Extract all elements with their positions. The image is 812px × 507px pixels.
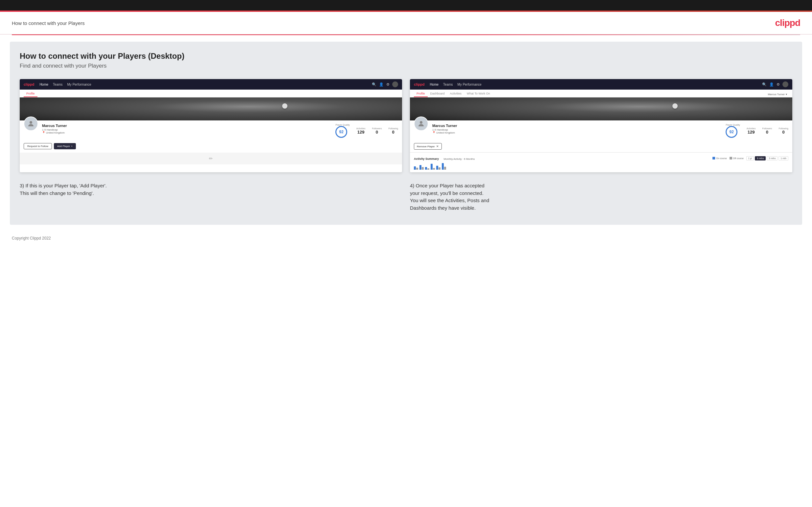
- captions-row: 3) If this is your Player tap, 'Add Play…: [20, 182, 792, 212]
- user-icon-right[interactable]: 👤: [769, 82, 774, 87]
- activity-legend: On course Off course: [712, 157, 743, 160]
- user-dropdown-right[interactable]: Marcus Turner ▾: [766, 92, 789, 97]
- chevron-down-icon-right: ▾: [786, 93, 787, 96]
- nav-my-performance-left[interactable]: My Performance: [67, 81, 91, 88]
- profile-stats-right: Player Quality 92 Activities 129 Followe…: [726, 124, 789, 138]
- activity-title: Activity Summary: [414, 157, 439, 161]
- edit-icon-left: ✏: [209, 156, 213, 161]
- avatar-icon-left: [23, 116, 38, 131]
- clippd-logo: clippd: [775, 18, 800, 28]
- profile-info-right: Marcus Turner 1-5 Handicap 📍 United King…: [410, 120, 792, 141]
- avatar-right[interactable]: [782, 81, 789, 87]
- profile-handicap-right: 1-5 Handicap: [432, 128, 722, 131]
- tab-what-to-work-on-right[interactable]: What To Work On: [464, 91, 493, 97]
- activity-period: Monthly Activity · 6 Months: [444, 158, 475, 161]
- nav-home-right[interactable]: Home: [429, 81, 439, 88]
- settings-icon-right[interactable]: ⚙: [776, 82, 780, 87]
- navbar-right-left: 🔍 👤 ⚙: [372, 81, 398, 87]
- following-stat-right: Following 0: [778, 127, 789, 134]
- bar-group-5: [436, 166, 441, 170]
- profile-actions-left: Request to Follow Add Player +: [20, 141, 402, 153]
- tab-profile-left[interactable]: Profile: [23, 91, 38, 97]
- search-icon-left[interactable]: 🔍: [372, 82, 376, 87]
- nav-teams-right[interactable]: Teams: [443, 81, 453, 88]
- time-filter-1mth[interactable]: 1 mth: [778, 156, 789, 161]
- time-filter-1yr[interactable]: 1 yr: [746, 156, 754, 161]
- nav-home-left[interactable]: Home: [39, 81, 48, 88]
- search-icon-right[interactable]: 🔍: [762, 82, 767, 87]
- player-quality-right: Player Quality 92: [726, 124, 740, 138]
- profile-bottom-left: ✏: [20, 153, 402, 164]
- location-pin-icon-right: 📍: [432, 131, 436, 134]
- activity-left-group: Activity Summary Monthly Activity · 6 Mo…: [414, 155, 475, 161]
- top-bar-accent: [0, 10, 812, 12]
- bar-on-5: [436, 166, 438, 170]
- profile-info-left: Marcus Turner 1-5 Handicap 📍 United King…: [20, 120, 402, 141]
- bar-off-6: [444, 167, 446, 170]
- bar-off-4: [433, 168, 435, 170]
- app-logo-right: clippd: [414, 82, 424, 86]
- tab-profile-right[interactable]: Profile: [414, 91, 428, 97]
- screenshot-left: clippd Home Teams My Performance 🔍 👤 ⚙ P…: [20, 79, 402, 172]
- caption-left-text: 3) If this is your Player tap, 'Add Play…: [20, 183, 107, 196]
- golf-ball-right: [672, 103, 678, 109]
- add-player-button[interactable]: Add Player +: [54, 143, 76, 149]
- request-to-follow-button[interactable]: Request to Follow: [23, 143, 52, 149]
- bar-group-1: [414, 166, 418, 170]
- legend-off-course: Off course: [729, 157, 744, 160]
- avatar-left[interactable]: [392, 81, 398, 87]
- profile-name-left: Marcus Turner: [42, 124, 332, 128]
- nav-teams-left[interactable]: Teams: [53, 81, 62, 88]
- tab-dashboard-right[interactable]: Dashboard: [428, 91, 447, 97]
- profile-details-left: Marcus Turner 1-5 Handicap 📍 United King…: [42, 124, 332, 134]
- person-icon-right: [417, 120, 425, 128]
- navbar-right-right: 🔍 👤 ⚙: [762, 81, 789, 87]
- bar-off-5: [439, 167, 441, 170]
- remove-player-area: Remove Player ✕: [410, 141, 792, 152]
- screenshots-row: clippd Home Teams My Performance 🔍 👤 ⚙ P…: [20, 79, 792, 172]
- profile-location-left: 📍 United Kingdom: [42, 131, 332, 134]
- main-subtitle: Find and connect with your Players: [20, 63, 792, 69]
- remove-player-button[interactable]: Remove Player ✕: [414, 143, 442, 150]
- profile-handicap-left: 1-5 Handicap: [42, 128, 332, 131]
- followers-stat-right: Followers 0: [762, 127, 772, 134]
- activity-right-group: On course Off course 1 yr 6 mths 3 mths: [712, 156, 789, 161]
- app-navbar-left: clippd Home Teams My Performance 🔍 👤 ⚙: [20, 79, 402, 90]
- golf-ball-left: [282, 103, 288, 109]
- bar-off-2: [422, 167, 424, 170]
- time-filter-3mths[interactable]: 3 mths: [767, 156, 777, 161]
- tabbar-right: Profile Dashboard Activities What To Wor…: [410, 90, 792, 98]
- activity-bars: [414, 163, 789, 170]
- time-filter-6mths[interactable]: 6 mths: [755, 156, 766, 161]
- bar-off-3: [427, 168, 429, 170]
- remove-player-x-icon: ✕: [436, 145, 439, 148]
- profile-name-right: Marcus Turner: [432, 124, 722, 128]
- banner-image-right: [410, 98, 792, 120]
- svg-point-1: [420, 121, 422, 124]
- caption-left: 3) If this is your Player tap, 'Add Play…: [20, 182, 402, 212]
- header-divider: [12, 35, 800, 35]
- svg-point-0: [30, 121, 32, 124]
- caption-right: 4) Once your Player has acceptedyour req…: [410, 182, 792, 212]
- activities-stat-right: Activities 129: [747, 127, 756, 134]
- settings-icon-left[interactable]: ⚙: [386, 82, 390, 87]
- app-logo-left: clippd: [23, 82, 34, 86]
- user-icon-left[interactable]: 👤: [379, 82, 384, 87]
- nav-my-performance-right[interactable]: My Performance: [458, 81, 481, 88]
- time-filters: 1 yr 6 mths 3 mths 1 mth: [746, 156, 789, 161]
- breadcrumb: How to connect with your Players: [12, 20, 85, 26]
- page-footer: Copyright Clippd 2022: [0, 231, 812, 245]
- activity-summary: Activity Summary Monthly Activity · 6 Mo…: [410, 152, 792, 172]
- bar-on-4: [430, 164, 433, 170]
- profile-banner-left: [20, 98, 402, 120]
- bar-group-3: [425, 167, 429, 170]
- profile-details-right: Marcus Turner 1-5 Handicap 📍 United King…: [432, 124, 722, 134]
- bar-group-6: [442, 163, 446, 170]
- activities-stat-left: Activities 129: [356, 127, 366, 134]
- top-bar: [0, 0, 812, 12]
- caption-right-text: 4) Once your Player has acceptedyour req…: [410, 183, 489, 211]
- tabbar-left: Profile: [20, 90, 402, 98]
- tab-activities-right[interactable]: Activities: [447, 91, 464, 97]
- screenshot-right: clippd Home Teams My Performance 🔍 👤 ⚙ P…: [410, 79, 792, 172]
- player-quality-left: Player Quality 92: [336, 124, 350, 138]
